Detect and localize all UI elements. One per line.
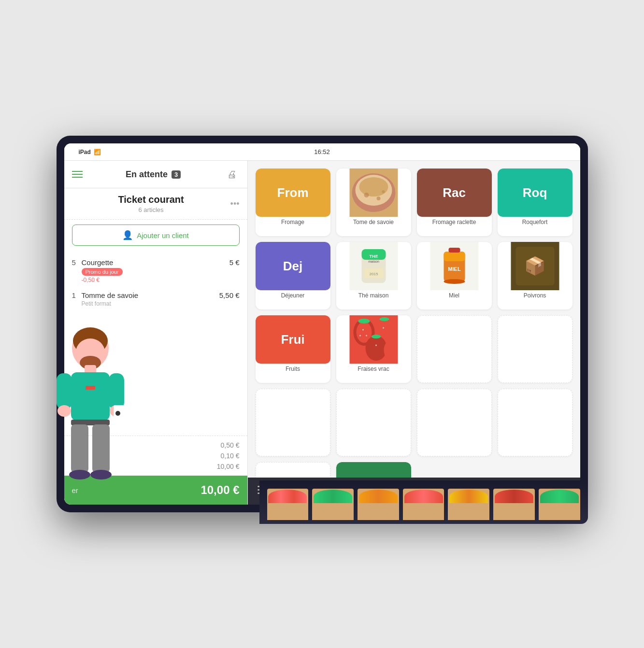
- product-image-remises: %: [336, 462, 411, 478]
- product-card-fraises-vrac[interactable]: Fraises vrac: [336, 315, 411, 383]
- order-item[interactable]: 5 Courgette Promo du jour -0,50 € 5 €: [64, 254, 247, 287]
- item-name: Tomme de savoie: [82, 291, 219, 299]
- svg-point-4: [364, 193, 369, 197]
- ticket-title: Ticket courant: [72, 194, 230, 205]
- svg-text:📦: 📦: [524, 255, 546, 276]
- svg-rect-47: [109, 373, 124, 409]
- product-name-fromage: Fromage: [279, 217, 306, 225]
- product-image-the-maison: THE maison 2015: [336, 242, 411, 290]
- item-qty: 5: [72, 258, 82, 267]
- product-color-label: From: [277, 185, 309, 200]
- queue-badge: 3: [172, 170, 181, 179]
- svg-point-29: [362, 329, 364, 331]
- svg-point-30: [366, 335, 367, 337]
- add-client-label: Ajouter un client: [137, 231, 189, 239]
- product-name-poivrons: Poivrons: [522, 290, 548, 299]
- empty-product-slot: [256, 462, 330, 478]
- product-color-label: Dej: [283, 259, 302, 274]
- product-image-fromage-raclette: Rac: [417, 169, 492, 217]
- promo-discount: -0,50 €: [82, 277, 229, 283]
- more-options-button[interactable]: •••: [230, 199, 240, 209]
- svg-rect-46: [57, 373, 72, 409]
- product-name-fromage-raclette: Fromage raclette: [430, 217, 478, 225]
- svg-point-6: [382, 190, 385, 193]
- empty-product-slot: [336, 389, 411, 456]
- menu-button[interactable]: [72, 171, 83, 178]
- time-display: 16:52: [314, 148, 330, 155]
- product-name-roquefort: Roquefort: [520, 217, 550, 225]
- ticket-info: Ticket courant 6 articles •••: [64, 188, 247, 220]
- product-card-dejeuner[interactable]: DejDéjeuner: [256, 242, 330, 310]
- item-qty: 1: [72, 291, 82, 299]
- item-name: Courgette: [82, 258, 229, 267]
- svg-rect-53: [71, 424, 88, 473]
- svg-point-33: [375, 345, 377, 346]
- promo-badge: Promo du jour: [82, 268, 123, 276]
- product-image-dejeuner: Dej: [256, 242, 330, 290]
- item-details: Tomme de savoie Petit format: [82, 291, 219, 307]
- header-title-area: En attente 3: [88, 169, 218, 180]
- svg-text:maison: maison: [368, 260, 379, 263]
- svg-point-48: [57, 405, 71, 417]
- product-image-tome-de-savoie: [336, 169, 411, 217]
- empty-product-slot: [498, 315, 572, 383]
- svg-point-56: [90, 470, 112, 479]
- svg-rect-16: [444, 252, 465, 261]
- svg-point-28: [384, 340, 397, 360]
- product-card-remises[interactable]: %Remises: [336, 462, 411, 478]
- order-item[interactable]: 1 Tomme de savoie Petit format 5,50 €: [64, 287, 247, 311]
- product-card-roquefort[interactable]: RoqRoquefort: [498, 169, 572, 236]
- product-image-fruits: Frui: [256, 315, 330, 364]
- tablet-screen: iPad 📶 16:52 En attente 3 🖨: [64, 143, 580, 505]
- tablet-frame: iPad 📶 16:52 En attente 3 🖨: [57, 136, 588, 512]
- ipad-label: iPad: [79, 149, 91, 155]
- main-area: En attente 3 🖨 Ticket courant 6 articles…: [64, 161, 580, 505]
- empty-product-slot: [256, 389, 330, 456]
- product-image-fromage: From: [256, 169, 330, 217]
- product-card-miel[interactable]: MIEL Miel: [417, 242, 492, 310]
- svg-point-31: [359, 335, 361, 337]
- product-card-fromage-raclette[interactable]: RacFromage raclette: [417, 169, 492, 236]
- svg-rect-45: [71, 372, 110, 421]
- svg-rect-51: [86, 386, 95, 390]
- product-name-fruits: Fruits: [284, 364, 302, 372]
- product-name-dejeuner: Déjeuner: [279, 290, 307, 299]
- item-detail: Petit format: [82, 300, 219, 307]
- svg-rect-54: [92, 424, 110, 473]
- product-card-poivrons[interactable]: 📦 Poivrons: [498, 242, 572, 310]
- svg-point-36: [371, 335, 381, 338]
- svg-text:2015: 2015: [369, 272, 378, 276]
- empty-product-slot: [417, 315, 492, 383]
- svg-text:MIEL: MIEL: [448, 266, 461, 272]
- product-name-miel: Miel: [447, 290, 461, 299]
- print-button[interactable]: 🖨: [224, 167, 240, 182]
- character-illustration: [42, 314, 139, 507]
- item-price: 5 €: [229, 258, 240, 267]
- product-card-tome-de-savoie[interactable]: Tome de savoie: [336, 169, 411, 236]
- empty-product-slot: [417, 389, 492, 456]
- product-card-fromage[interactable]: FromFromage: [256, 169, 330, 236]
- checkout-total: 10,00 €: [200, 483, 239, 497]
- product-card-fruits[interactable]: FruiFruits: [256, 315, 330, 383]
- item-details: Courgette Promo du jour -0,50 €: [82, 258, 229, 283]
- status-bar: iPad 📶 16:52: [64, 143, 580, 161]
- product-name-fraises-vrac: Fraises vrac: [356, 364, 391, 372]
- ticket-articles: 6 articles: [72, 206, 230, 213]
- product-image-roquefort: Roq: [498, 169, 572, 217]
- add-client-button[interactable]: 👤 Ajouter un client: [72, 225, 240, 246]
- product-card-the-maison[interactable]: THE maison 2015 Thé maison: [336, 242, 411, 310]
- product-image-poivrons: 📦: [498, 242, 572, 290]
- item-price: 5,50 €: [219, 291, 240, 299]
- wifi-icon: 📶: [94, 149, 101, 155]
- add-client-icon: 👤: [122, 230, 133, 240]
- svg-point-55: [69, 470, 90, 479]
- svg-rect-18: [448, 248, 460, 253]
- store-decoration: [259, 480, 588, 524]
- en-attente-label: En attente: [126, 169, 168, 180]
- product-color-label: Roq: [523, 185, 547, 200]
- svg-point-35: [379, 317, 389, 321]
- empty-product-slot: [498, 389, 572, 456]
- svg-point-27: [365, 336, 386, 361]
- svg-point-34: [358, 319, 370, 324]
- svg-point-3: [359, 177, 388, 197]
